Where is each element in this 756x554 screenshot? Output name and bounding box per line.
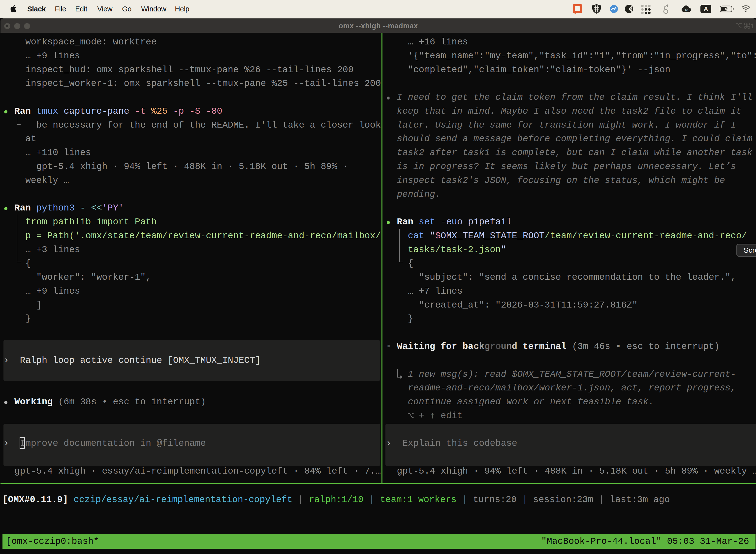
svg-text:..61: ..61 bbox=[683, 8, 689, 12]
svg-text:1: 1 bbox=[751, 22, 754, 29]
